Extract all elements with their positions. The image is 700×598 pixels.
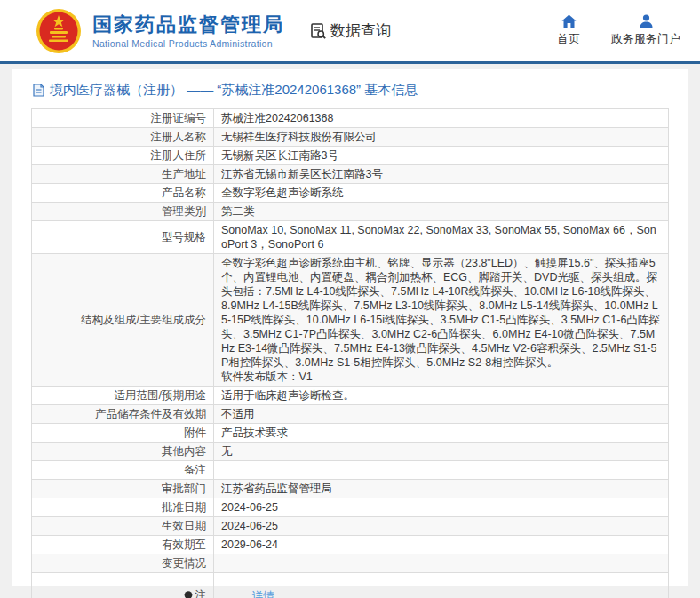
- nav-home-label: 首页: [557, 31, 580, 47]
- field-value: 无锡新吴区长江南路3号: [214, 147, 669, 165]
- field-label: 注册证编号: [32, 109, 214, 128]
- table-row: 产品名称 全数字彩色超声诊断系统: [32, 184, 669, 203]
- field-value: 第二类: [214, 203, 669, 221]
- field-value: 不适用: [214, 405, 669, 424]
- field-value: [214, 554, 669, 573]
- field-label: 产品储存条件及有效期: [32, 405, 214, 424]
- field-value-note: 详情: [214, 573, 669, 598]
- table-row: 其他内容 无: [32, 443, 669, 461]
- field-label: 生效日期: [32, 517, 214, 536]
- agency-name-zh: 国家药品监督管理局: [92, 13, 284, 36]
- table-row: 产品储存条件及有效期 不适用: [32, 405, 669, 424]
- field-value: 江苏省无锡市新吴区长江南路3号: [214, 165, 669, 184]
- table-row: 注册证编号 苏械注准20242061368: [32, 109, 669, 128]
- data-query-button[interactable]: 数据查询: [309, 20, 391, 41]
- note-bubble-icon: [184, 591, 193, 598]
- table-row: 适用范围/预期用途 适用于临床超声诊断检查。: [32, 387, 669, 405]
- field-label: 产品名称: [32, 184, 214, 203]
- field-label: 注册人住所: [32, 147, 214, 165]
- details-link[interactable]: 详情: [252, 590, 274, 598]
- header-nav: 首页 政务服务门户: [549, 14, 680, 47]
- document-icon: [33, 84, 44, 97]
- registration-info-table: 注册证编号 苏械注准20242061368 注册人名称 无锡祥生医疗科技股份有限…: [31, 108, 669, 598]
- site-header: 国家药品监督管理局 National Medical Products Admi…: [0, 0, 700, 64]
- table-row: 生产地址 江苏省无锡市新吴区长江南路3号: [32, 165, 669, 184]
- field-label: 批准日期: [32, 498, 214, 517]
- site-logo[interactable]: 国家药品监督管理局 National Medical Products Admi…: [36, 8, 284, 54]
- field-value: 无: [214, 443, 669, 461]
- table-row-note: 注 详情: [32, 573, 669, 598]
- table-row: 附件 产品技术要求: [32, 424, 669, 443]
- field-label: 适用范围/预期用途: [32, 387, 214, 405]
- field-value: 苏械注准20242061368: [214, 109, 669, 128]
- field-label: 结构及组成/主要组成成分: [32, 254, 214, 387]
- table-row: 审批部门 江苏省药品监督管理局: [32, 480, 669, 498]
- table-row: 批准日期 2024-06-25: [32, 498, 669, 517]
- field-label: 附件: [32, 424, 214, 443]
- user-icon: [639, 14, 654, 28]
- field-value: 江苏省药品监督管理局: [214, 480, 669, 498]
- field-value: 2029-06-24: [214, 536, 669, 554]
- nav-gov-portal[interactable]: 政务服务门户: [611, 14, 680, 47]
- agency-name-en: National Medical Products Administration: [92, 38, 284, 49]
- field-label: 变更情况: [32, 554, 214, 573]
- data-query-label: 数据查询: [330, 20, 391, 41]
- field-label: 审批部门: [32, 480, 214, 498]
- table-row: 注册人名称 无锡祥生医疗科技股份有限公司: [32, 128, 669, 147]
- table-row: 生效日期 2024-06-25: [32, 517, 669, 536]
- table-row: 结构及组成/主要组成成分 全数字彩色超声诊断系统由主机、铭牌、显示器（23.8"…: [32, 254, 669, 387]
- table-row: 型号规格 SonoMax 10, SonoMax 11, SonoMax 22,…: [32, 221, 669, 254]
- table-row: 注册人住所 无锡新吴区长江南路3号: [32, 147, 669, 165]
- table-row: 备注: [32, 461, 669, 480]
- field-label: 注册人名称: [32, 128, 214, 147]
- field-label: 有效期至: [32, 536, 214, 554]
- page-title: 境内医疗器械（注册） —— “苏械注准20242061368” 基本信息: [31, 77, 669, 108]
- field-label: 备注: [32, 461, 214, 480]
- field-value: 产品技术要求: [214, 424, 669, 443]
- field-label: 管理类别: [32, 203, 214, 221]
- field-value: 2024-06-25: [214, 517, 669, 536]
- table-row: 有效期至 2029-06-24: [32, 536, 669, 554]
- field-value: 适用于临床超声诊断检查。: [214, 387, 669, 405]
- field-value: 2024-06-25: [214, 498, 669, 517]
- field-label: 其他内容: [32, 443, 214, 461]
- field-label: 生产地址: [32, 165, 214, 184]
- nav-gov-portal-label: 政务服务门户: [611, 31, 680, 47]
- content-panel: 境内医疗器械（注册） —— “苏械注准20242061368” 基本信息 注册证…: [12, 69, 688, 586]
- field-value: [214, 461, 669, 480]
- home-icon: [561, 14, 577, 28]
- field-value: 全数字彩色超声诊断系统: [214, 184, 669, 203]
- document-search-icon: [309, 22, 327, 40]
- nav-home[interactable]: 首页: [549, 14, 588, 47]
- table-row: 变更情况: [32, 554, 669, 573]
- table-row: 管理类别 第二类: [32, 203, 669, 221]
- field-value: SonoMax 10, SonoMax 11, SonoMax 22, Sono…: [214, 221, 669, 254]
- page-title-text: 境内医疗器械（注册） —— “苏械注准20242061368” 基本信息: [50, 82, 418, 99]
- field-label-note: 注: [32, 573, 214, 598]
- field-label: 型号规格: [32, 221, 214, 254]
- field-value: 无锡祥生医疗科技股份有限公司: [214, 128, 669, 147]
- field-value: 全数字彩色超声诊断系统由主机、铭牌、显示器（23.8"LED）、触摸屏15.6"…: [214, 254, 669, 387]
- national-emblem-icon: [36, 8, 82, 54]
